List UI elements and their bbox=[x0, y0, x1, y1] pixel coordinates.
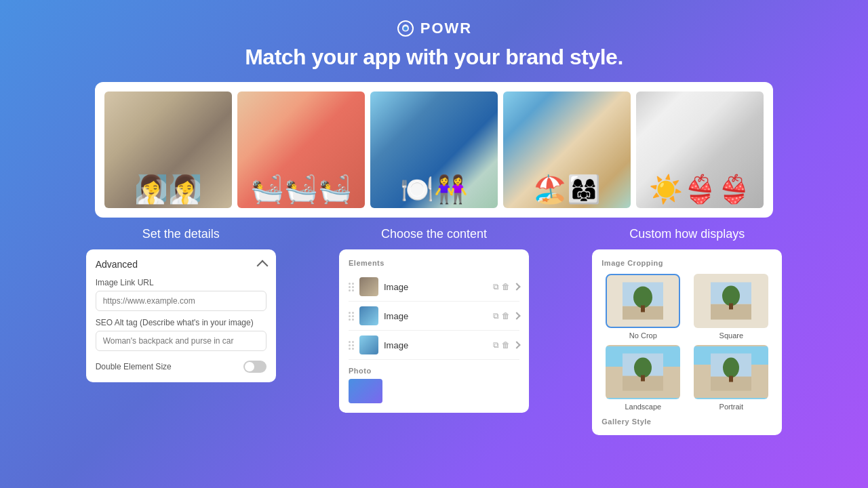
crop-option-square[interactable]: Square bbox=[690, 274, 772, 340]
crop-option-no-crop[interactable]: No Crop bbox=[601, 274, 684, 340]
crop-thumb-portrait bbox=[694, 345, 768, 399]
element-name-2: Image bbox=[384, 311, 488, 321]
element-row-1: Image ⧉ 🗑 bbox=[349, 272, 519, 302]
tree-svg-landscape bbox=[623, 352, 663, 392]
image-link-label: Image Link URL bbox=[96, 278, 267, 287]
element-actions-3: ⧉ 🗑 bbox=[493, 340, 519, 350]
gallery-image-5: ☀️👙👙 bbox=[636, 92, 764, 208]
double-element-label: Double Element Size bbox=[96, 362, 172, 371]
gallery-image-3: 🍽️👭 bbox=[370, 92, 498, 208]
collapse-icon[interactable] bbox=[256, 260, 268, 272]
gallery-image-2: 🛀🛀🛀 bbox=[237, 92, 365, 208]
svg-point-8 bbox=[722, 286, 740, 306]
advanced-panel: Advanced Image Link URL SEO Alt tag (Des… bbox=[86, 249, 276, 382]
col3-title: Custom how displays bbox=[629, 227, 745, 241]
image-link-input[interactable] bbox=[96, 291, 267, 311]
image-thumb-3 bbox=[359, 336, 378, 354]
drag-handle-1[interactable] bbox=[349, 283, 354, 291]
element-actions-1: ⧉ 🗑 bbox=[493, 282, 519, 291]
tree-svg-no-crop bbox=[623, 281, 663, 321]
photo-label: Photo bbox=[349, 367, 519, 375]
photo-thumb-1 bbox=[349, 379, 382, 403]
crop-option-landscape[interactable]: Landscape bbox=[601, 345, 684, 411]
advanced-title: Advanced bbox=[96, 259, 138, 270]
double-element-toggle[interactable] bbox=[243, 361, 267, 373]
logo-text: POWR bbox=[420, 20, 472, 37]
svg-rect-17 bbox=[729, 376, 733, 382]
tree-svg-square bbox=[711, 281, 751, 321]
delete-icon-3[interactable]: 🗑 bbox=[502, 340, 510, 350]
copy-icon-3[interactable]: ⧉ bbox=[493, 340, 499, 350]
element-actions-2: ⧉ 🗑 bbox=[493, 311, 519, 321]
double-element-row: Double Element Size bbox=[96, 361, 267, 373]
bottom-section: Set the details Advanced Image Link URL … bbox=[54, 227, 814, 435]
element-name-1: Image bbox=[384, 282, 488, 292]
svg-point-12 bbox=[634, 358, 652, 378]
crop-thumb-square bbox=[694, 274, 768, 328]
crop-label-landscape: Landscape bbox=[625, 403, 661, 411]
element-row-3: Image ⧉ 🗑 bbox=[349, 331, 519, 360]
col-custom-display: Custom how displays Image Cropping No Cr… bbox=[561, 227, 814, 435]
svg-rect-13 bbox=[641, 375, 645, 382]
expand-icon-1[interactable] bbox=[513, 283, 520, 290]
elements-panel: Elements Image ⧉ 🗑 bbox=[339, 249, 529, 413]
toggle-knob bbox=[245, 362, 254, 371]
gallery-image-4: 🏖️👩‍👩‍👧 bbox=[503, 92, 631, 208]
gallery-strip: 🧖‍♀️🧖‍♀️ 🛀🛀🛀 🍽️👭 🏖️👩‍👩‍👧 ☀️👙👙 bbox=[95, 82, 773, 218]
image-thumb-1 bbox=[359, 277, 378, 296]
expand-icon-2[interactable] bbox=[513, 312, 520, 319]
crop-label-square: Square bbox=[719, 331, 743, 340]
gallery-style-label: Gallery Style bbox=[601, 418, 772, 426]
panel-header: Advanced bbox=[96, 259, 267, 270]
seo-alt-input[interactable] bbox=[96, 331, 267, 351]
element-name-3: Image bbox=[384, 340, 488, 350]
svg-point-16 bbox=[723, 358, 739, 378]
image-thumb-2 bbox=[359, 306, 378, 325]
copy-icon-2[interactable]: ⧉ bbox=[493, 311, 499, 321]
expand-icon-3[interactable] bbox=[513, 341, 520, 348]
header: POWR Match your app with your brand styl… bbox=[0, 0, 868, 82]
page-title: Match your app with your brand style. bbox=[0, 45, 868, 70]
photo-thumbs bbox=[349, 379, 519, 403]
crop-panel: Image Cropping No Crop bbox=[592, 249, 782, 435]
delete-icon-2[interactable]: 🗑 bbox=[502, 311, 510, 321]
seo-alt-label: SEO Alt tag (Describe what's in your ima… bbox=[96, 318, 267, 327]
drag-handle-3[interactable] bbox=[349, 341, 354, 350]
crop-option-portrait[interactable]: Portrait bbox=[690, 345, 772, 411]
svg-point-4 bbox=[633, 287, 652, 308]
svg-rect-5 bbox=[641, 306, 645, 312]
svg-rect-9 bbox=[729, 304, 733, 310]
element-row-2: Image ⧉ 🗑 bbox=[349, 302, 519, 331]
col-set-details: Set the details Advanced Image Link URL … bbox=[54, 227, 307, 435]
powr-logo-icon bbox=[396, 19, 415, 38]
col2-title: Choose the content bbox=[381, 227, 487, 241]
crop-title: Image Cropping bbox=[601, 259, 772, 267]
gallery-image-1: 🧖‍♀️🧖‍♀️ bbox=[104, 92, 232, 208]
elements-label: Elements bbox=[349, 259, 519, 267]
col1-title: Set the details bbox=[142, 227, 220, 241]
delete-icon-1[interactable]: 🗑 bbox=[502, 282, 510, 291]
crop-thumb-no-crop bbox=[606, 274, 680, 328]
drag-handle-2[interactable] bbox=[349, 312, 354, 321]
crop-label-no-crop: No Crop bbox=[629, 331, 657, 340]
svg-point-1 bbox=[403, 26, 408, 30]
crop-label-portrait: Portrait bbox=[719, 403, 743, 411]
logo-area: POWR bbox=[0, 19, 868, 38]
col-choose-content: Choose the content Elements Image ⧉ 🗑 bbox=[307, 227, 560, 435]
tree-svg-portrait bbox=[711, 352, 751, 392]
crop-thumb-landscape bbox=[606, 345, 680, 399]
crop-grid: No Crop Square bbox=[601, 274, 772, 411]
copy-icon-1[interactable]: ⧉ bbox=[493, 282, 499, 291]
